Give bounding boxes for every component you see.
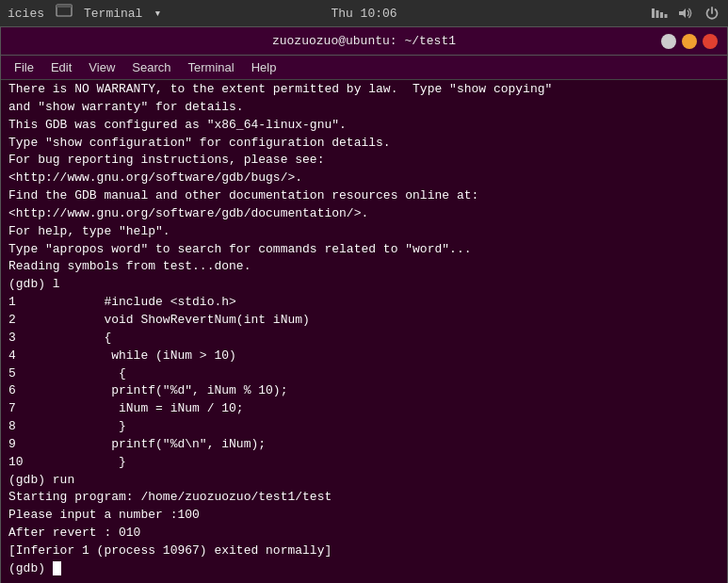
minimize-button[interactable] [661,34,676,49]
volume-icon [677,5,694,22]
cursor-block [53,561,61,575]
window-title: zuozuozuo@ubuntu: ~/test1 [67,34,661,48]
svg-rect-2 [652,8,655,18]
menu-item-help[interactable]: Help [244,58,284,76]
menu-item-file[interactable]: File [7,58,41,76]
system-bar-left: ícies Terminal ▾ [8,3,161,24]
maximize-button[interactable] [682,34,697,49]
window-controls [661,34,718,49]
close-button[interactable] [703,34,718,49]
system-bar: ícies Terminal ▾ Thu 10:06 [0,0,728,26]
system-bar-right [651,5,720,22]
menu-item-edit[interactable]: Edit [43,58,79,76]
svg-rect-4 [660,12,663,18]
svg-rect-5 [665,14,668,18]
terminal-dropdown-arrow[interactable]: ▾ [154,6,161,21]
menu-bar: FileEditViewSearchTerminalHelp [1,56,727,80]
app-name: ícies [8,7,44,21]
terminal-window: zuozuozuo@ubuntu: ~/test1 FileEditViewSe… [0,26,728,583]
power-icon[interactable] [704,5,720,22]
terminal-content[interactable]: There is NO WARRANTY, to the extent perm… [1,80,727,583]
menu-item-search[interactable]: Search [124,58,178,76]
terminal-output: There is NO WARRANTY, to the extent perm… [8,81,720,578]
menu-item-view[interactable]: View [81,58,122,76]
svg-marker-6 [679,8,686,18]
title-bar: zuozuozuo@ubuntu: ~/test1 [1,27,727,56]
system-bar-datetime: Thu 10:06 [331,7,396,21]
menu-item-terminal[interactable]: Terminal [181,58,242,76]
terminal-icon-small [56,3,73,24]
svg-rect-1 [57,5,72,8]
terminal-menu-label[interactable]: Terminal [84,7,142,21]
svg-rect-3 [656,10,659,18]
network-icon [651,5,668,22]
